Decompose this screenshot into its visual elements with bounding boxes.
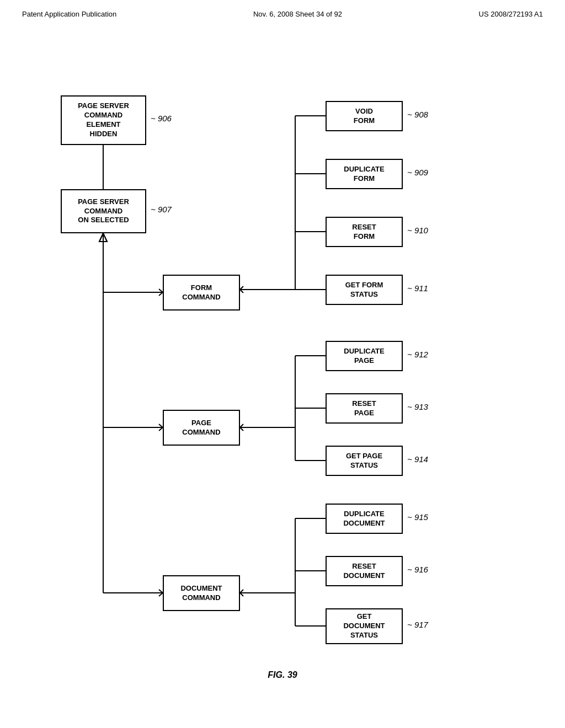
box-b917: GETDOCUMENTSTATUS <box>326 608 403 644</box>
box-b911: GET FORMSTATUS <box>326 275 403 305</box>
box-b915: DUPLICATEDOCUMENT <box>326 504 403 534</box>
box-b908: VOIDFORM <box>326 101 403 131</box>
figure-caption: FIG. 39 <box>268 670 297 680</box>
label-b910: ~ 910 <box>407 226 428 235</box>
label-b907: ~ 907 <box>151 205 172 214</box>
diagram-area: PAGE SERVERCOMMANDELEMENTHIDDEN~ 906PAGE… <box>0 24 565 697</box>
header-left: Patent Application Publication <box>22 10 116 18</box>
label-b916: ~ 916 <box>407 565 428 574</box>
box-b912: DUPLICATEPAGE <box>326 341 403 371</box>
box-b_form: FORMCOMMAND <box>163 275 240 311</box>
label-b911: ~ 911 <box>407 283 428 293</box>
box-b916: RESETDOCUMENT <box>326 556 403 586</box>
label-b909: ~ 909 <box>407 168 428 177</box>
box-b_page: PAGECOMMAND <box>163 410 240 446</box>
label-b908: ~ 908 <box>407 110 428 119</box>
label-b917: ~ 917 <box>407 620 428 629</box>
label-b914: ~ 914 <box>407 454 428 464</box>
box-b907: PAGE SERVERCOMMANDON SELECTED <box>61 189 146 233</box>
box-b910: RESETFORM <box>326 217 403 247</box>
box-b909: DUPLICATEFORM <box>326 159 403 189</box>
box-b_doc: DOCUMENTCOMMAND <box>163 575 240 611</box>
header-middle: Nov. 6, 2008 Sheet 34 of 92 <box>253 10 342 18</box>
label-b912: ~ 912 <box>407 350 428 359</box>
label-b913: ~ 913 <box>407 402 428 411</box>
box-b913: RESETPAGE <box>326 393 403 424</box>
header-right: US 2008/272193 A1 <box>479 10 543 18</box>
svg-marker-2 <box>99 233 107 242</box>
box-b914: GET PAGESTATUS <box>326 446 403 476</box>
label-b915: ~ 915 <box>407 512 428 522</box>
box-b906: PAGE SERVERCOMMANDELEMENTHIDDEN <box>61 95 146 145</box>
page-header: Patent Application Publication Nov. 6, 2… <box>0 0 565 24</box>
label-b906: ~ 906 <box>151 114 172 123</box>
